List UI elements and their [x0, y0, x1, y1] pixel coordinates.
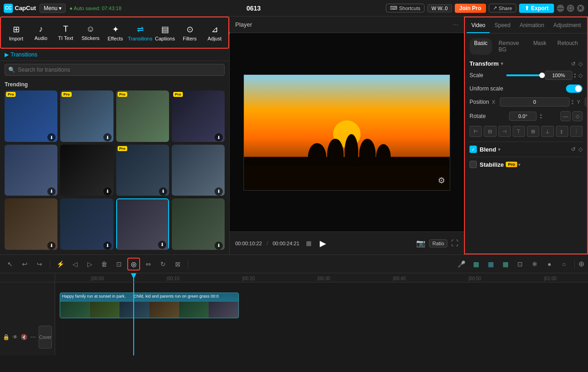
tl-track1-button[interactable]: ▦ [469, 258, 482, 271]
scale-slider-thumb[interactable] [539, 73, 545, 78]
transform-label[interactable]: Transform ▾ [469, 60, 503, 67]
tl-circle-button[interactable]: ○ [558, 258, 571, 271]
video-settings-icon[interactable]: ⚙ [438, 175, 445, 186]
sub-tab-mask[interactable]: Mask [529, 38, 551, 55]
download-icon[interactable]: ⬇ [47, 242, 56, 250]
sub-tab-basic[interactable]: Basic [469, 38, 492, 55]
track-more-icon[interactable]: ⋯ [30, 334, 36, 340]
scale-input[interactable] [545, 71, 572, 80]
tl-split-button[interactable]: ⚡ [54, 258, 67, 271]
transform-diamond-icon[interactable]: ◇ [578, 61, 582, 67]
share-button[interactable]: ↗ Share [489, 4, 516, 12]
toolbar-effects[interactable]: ✦ Effects [104, 23, 127, 43]
video-clip[interactable]: Happy family run at sunset in park. Chil… [60, 293, 239, 318]
align-right-button[interactable]: ⊣ [498, 126, 511, 137]
transition-item-blackfade[interactable]: ⬇Black Fade [60, 145, 113, 196]
rotate-down-button[interactable]: ▼ [539, 116, 543, 119]
tl-track2-button[interactable]: ▦ [484, 258, 497, 271]
rotate-input[interactable] [509, 112, 537, 121]
menu-button[interactable]: Menu ▾ [40, 4, 66, 13]
position-x-input[interactable] [500, 97, 570, 107]
toolbar-transitions[interactable]: ⇌ Transitions [129, 23, 152, 43]
align-center-h-button[interactable]: ⊟ [484, 126, 496, 137]
timecode-icon[interactable]: ▦ [306, 240, 311, 247]
download-icon[interactable]: ⬇ [103, 242, 112, 250]
rotate-minus-icon[interactable]: — [560, 111, 571, 121]
transition-item-blurzoom[interactable]: ⬇Blur Zoom Out [60, 198, 113, 250]
transform-reset-icon[interactable]: ↺ [571, 61, 576, 67]
transition-item-bubble[interactable]: Pro⬇Bubble Blur [5, 90, 57, 142]
track-eye-icon[interactable]: 👁 [12, 334, 18, 340]
join-pro-button[interactable]: Join Pro [455, 4, 486, 13]
toolbar-import[interactable]: ⊞ Import [5, 23, 28, 43]
track-mute-icon[interactable]: 🔇 [21, 334, 28, 340]
tl-track4-button[interactable]: ⊡ [514, 258, 526, 271]
screenshot-icon[interactable]: 📷 [416, 239, 425, 248]
transition-item-cube[interactable]: ⬇Cube [116, 198, 169, 250]
right-tab-adjustment[interactable]: Adjustment [549, 17, 586, 33]
shortcuts-button[interactable]: ⌨ Shortcuts [386, 4, 424, 12]
stabilize-checkbox[interactable] [469, 161, 477, 168]
uniform-scale-toggle[interactable] [566, 85, 582, 93]
toolbar-audio[interactable]: ♪ Audio [29, 23, 52, 43]
align-top-button[interactable]: ⊤ [513, 126, 525, 137]
position-y-input[interactable] [585, 97, 587, 107]
tl-track3-button[interactable]: ▦ [499, 258, 512, 271]
w-button[interactable]: W W..0 [427, 4, 452, 12]
tl-mic-button[interactable]: 🎤 [455, 258, 468, 271]
toolbar-stickers[interactable]: ☺ Stickers [79, 23, 102, 43]
download-icon[interactable]: ⬇ [215, 242, 223, 250]
cover-button[interactable]: Cover [39, 326, 52, 349]
transition-item-slide[interactable]: Pro⬇Slide Left [60, 90, 113, 142]
right-tab-video[interactable]: Video [467, 17, 490, 33]
transition-item-comparison[interactable]: ProComparison II [116, 90, 169, 142]
tl-trim-left-button[interactable]: ◁ [68, 258, 81, 271]
tl-highlight-button[interactable]: ◎ [127, 258, 140, 271]
align-dist-v-button[interactable]: ⋮ [570, 126, 582, 137]
transition-item-swipeleft[interactable]: ⬇Swipe Left [172, 145, 225, 196]
tl-redo-button[interactable]: ↪ [33, 258, 46, 271]
download-icon[interactable]: ⬇ [47, 187, 56, 196]
minimize-button[interactable]: — [557, 5, 564, 12]
blend-reset-icon[interactable]: ↺ [571, 146, 576, 152]
tl-delete-button[interactable]: 🗑 [98, 258, 111, 271]
rotate-diamond-icon[interactable]: ◇ [572, 111, 582, 121]
tl-zoom-icon[interactable]: ⊕ [578, 259, 584, 268]
tl-freeze-button[interactable]: ❄ [528, 258, 541, 271]
toolbar-adjust[interactable]: ⊿ Adjust [203, 23, 226, 43]
x-up-button[interactable]: ▲ [571, 99, 574, 102]
transition-item-mix[interactable]: ⬇Mix [5, 145, 57, 196]
playhead[interactable] [133, 273, 134, 282]
download-icon[interactable]: ⬇ [103, 187, 112, 196]
tl-color-button[interactable]: ● [543, 258, 556, 271]
download-icon[interactable]: ⬇ [215, 133, 223, 141]
download-icon[interactable]: ⬇ [215, 187, 223, 196]
align-bottom-button[interactable]: ⊥ [541, 126, 554, 137]
toolbar-captions[interactable]: ▤ Captions [153, 23, 176, 43]
toolbar-text[interactable]: T TI Text [54, 23, 77, 43]
close-button[interactable]: ✕ [577, 5, 584, 12]
sub-tab-retouch[interactable]: Retouch [553, 38, 582, 55]
toolbar-filters[interactable]: ⊙ Filters [178, 23, 201, 43]
rotate-up-button[interactable]: ▲ [539, 113, 543, 116]
ratio-button[interactable]: Ratio [429, 239, 447, 248]
download-icon[interactable]: ⬇ [159, 187, 167, 196]
align-dist-h-button[interactable]: ⫿ [556, 126, 568, 137]
transition-item-shimmer[interactable]: ⬇Shimmer [5, 198, 57, 250]
blend-diamond-icon[interactable]: ◇ [578, 146, 582, 152]
fullscreen-icon[interactable]: ⛶ [451, 239, 458, 248]
right-tab-animation[interactable]: Animation [515, 17, 548, 33]
transition-item-layers[interactable]: Pro⬇Layers [172, 90, 225, 142]
export-button[interactable]: ⬆ Export [519, 4, 554, 13]
maximize-button[interactable]: □ [567, 5, 574, 12]
x-down-button[interactable]: ▼ [571, 102, 574, 105]
play-button[interactable]: ▶ [316, 237, 330, 250]
tl-rotate-button[interactable]: ↻ [157, 258, 170, 271]
download-icon[interactable]: ⬇ [103, 133, 112, 141]
transition-item-pullin[interactable]: Pro⬇Pull In II [116, 145, 169, 196]
align-center-v-button[interactable]: ⊞ [527, 126, 539, 137]
blend-label[interactable]: Blend ▾ [480, 146, 500, 153]
download-icon[interactable]: ⬇ [47, 133, 56, 141]
blend-checkbox[interactable]: ✓ [469, 146, 477, 153]
align-left-button[interactable]: ⊢ [469, 126, 482, 137]
